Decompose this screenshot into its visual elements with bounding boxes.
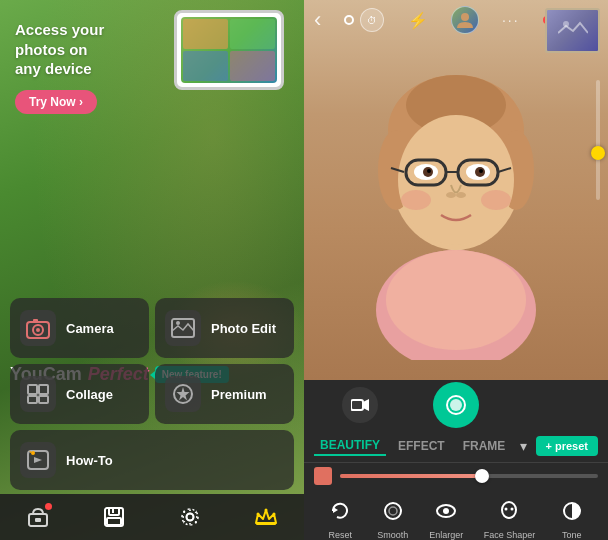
nav-save-icon[interactable] <box>98 501 130 533</box>
left-panel: Access your photos on any device Try Now… <box>0 0 304 540</box>
bottom-nav-left <box>0 494 304 540</box>
right-panel: ‹ ⏱ ⚡ ··· ⊡ <box>304 0 608 540</box>
nav-settings-icon[interactable] <box>174 501 206 533</box>
svg-rect-19 <box>112 509 114 513</box>
svg-point-25 <box>265 509 268 512</box>
premium-menu-icon <box>165 376 201 412</box>
tool-smooth[interactable]: Smooth <box>377 495 409 540</box>
svg-point-22 <box>182 509 198 525</box>
promo-line1: Access your <box>15 21 104 38</box>
photo-frame-content <box>547 10 598 51</box>
howto-menu-icon <box>20 442 56 478</box>
intensity-slider[interactable] <box>340 474 598 478</box>
svg-point-28 <box>461 13 469 21</box>
tone-label: Tone <box>562 530 582 540</box>
svg-marker-59 <box>333 507 338 513</box>
svg-point-58 <box>450 399 462 411</box>
face-shaper-label: Face Shaper <box>484 530 536 540</box>
tab-frame[interactable]: FRAME <box>457 437 512 455</box>
tool-reset[interactable]: Reset <box>324 495 356 540</box>
enlarger-label: Enlarger <box>429 530 463 540</box>
photo-edit-menu-icon <box>165 310 201 346</box>
video-mode-button[interactable] <box>342 387 378 423</box>
svg-point-26 <box>257 513 260 516</box>
svg-marker-23 <box>256 510 276 523</box>
svg-point-52 <box>456 192 466 198</box>
menu-item-collage[interactable]: Collage <box>10 364 149 424</box>
beautify-tabs: BEAUTIFY EFFECT FRAME ▾ + preset <box>304 430 608 463</box>
svg-rect-7 <box>39 385 48 394</box>
premium-menu-label: Premium <box>211 387 267 402</box>
svg-point-61 <box>389 507 397 515</box>
try-now-button[interactable]: Try Now › <box>15 90 97 114</box>
svg-point-21 <box>187 514 194 521</box>
collage-menu-label: Collage <box>66 387 113 402</box>
camera-bottom-controls: BEAUTIFY EFFECT FRAME ▾ + preset <box>304 380 608 540</box>
camera-menu-icon <box>20 310 56 346</box>
nav-crown-icon[interactable] <box>250 501 282 533</box>
howto-menu-label: How-To <box>66 453 113 468</box>
nav-store-icon[interactable] <box>22 501 54 533</box>
preset-button[interactable]: + preset <box>536 436 599 456</box>
intensity-fill <box>340 474 482 478</box>
tone-icon <box>556 495 588 527</box>
svg-marker-56 <box>363 399 369 411</box>
svg-point-51 <box>446 192 456 198</box>
color-swatch <box>314 467 332 485</box>
timer-icon[interactable]: ⏱ <box>360 8 384 32</box>
menu-item-premium[interactable]: Premium <box>155 364 294 424</box>
slider-thumb[interactable] <box>591 146 605 160</box>
tab-beautify[interactable]: BEAUTIFY <box>314 436 386 456</box>
tools-row: Reset Smooth <box>304 489 608 540</box>
smooth-label: Smooth <box>377 530 408 540</box>
svg-point-47 <box>427 169 431 173</box>
svg-point-64 <box>502 502 516 518</box>
try-now-label: Try Now › <box>29 95 83 109</box>
svg-marker-11 <box>177 387 190 401</box>
flash-icon[interactable]: ⚡ <box>408 11 428 30</box>
intensity-slider-row <box>304 463 608 489</box>
svg-point-65 <box>505 508 508 511</box>
camera-menu-label: Camera <box>66 321 114 336</box>
svg-point-53 <box>401 190 431 210</box>
user-avatar[interactable] <box>451 6 479 34</box>
menu-item-camera[interactable]: Camera <box>10 298 149 358</box>
svg-point-13 <box>31 451 35 455</box>
tablet-illustration <box>174 10 294 100</box>
promo-line3: any device <box>15 60 92 77</box>
svg-point-32 <box>386 250 526 350</box>
svg-point-54 <box>481 190 511 210</box>
camera-preview: ‹ ⏱ ⚡ ··· ⊡ <box>304 0 608 380</box>
tool-face-shaper[interactable]: Face Shaper <box>484 495 536 540</box>
reset-label: Reset <box>328 530 352 540</box>
back-icon[interactable]: ‹ <box>314 7 321 33</box>
tool-tone[interactable]: Tone <box>556 495 588 540</box>
reset-icon <box>324 495 356 527</box>
svg-rect-9 <box>39 396 48 403</box>
menu-grid: Camera Photo Edit <box>10 298 294 490</box>
svg-point-5 <box>176 321 180 325</box>
tab-effect[interactable]: EFFECT <box>392 437 451 455</box>
intensity-thumb[interactable] <box>475 469 489 483</box>
menu-item-howto[interactable]: How-To <box>10 430 294 490</box>
svg-point-66 <box>511 508 514 511</box>
svg-point-27 <box>273 513 276 516</box>
menu-item-photo-edit[interactable]: Photo Edit <box>155 298 294 358</box>
promo-line2: photos on <box>15 41 87 58</box>
capture-button[interactable] <box>433 382 479 428</box>
tool-enlarger[interactable]: Enlarger <box>429 495 463 540</box>
person-face <box>304 0 608 380</box>
brightness-slider[interactable] <box>596 80 600 240</box>
svg-rect-24 <box>256 523 276 525</box>
svg-point-2 <box>36 328 40 332</box>
more-options-icon[interactable]: ··· <box>502 12 520 28</box>
smooth-icon <box>377 495 409 527</box>
chevron-down-icon[interactable]: ▾ <box>520 438 527 454</box>
svg-rect-6 <box>28 385 37 394</box>
camera-mode-bar <box>304 380 608 430</box>
record-ring-icon <box>344 15 354 25</box>
photo-frame-thumbnail[interactable] <box>545 8 600 53</box>
enlarger-icon <box>430 495 462 527</box>
face-shaper-icon <box>493 495 525 527</box>
svg-point-63 <box>443 508 449 514</box>
